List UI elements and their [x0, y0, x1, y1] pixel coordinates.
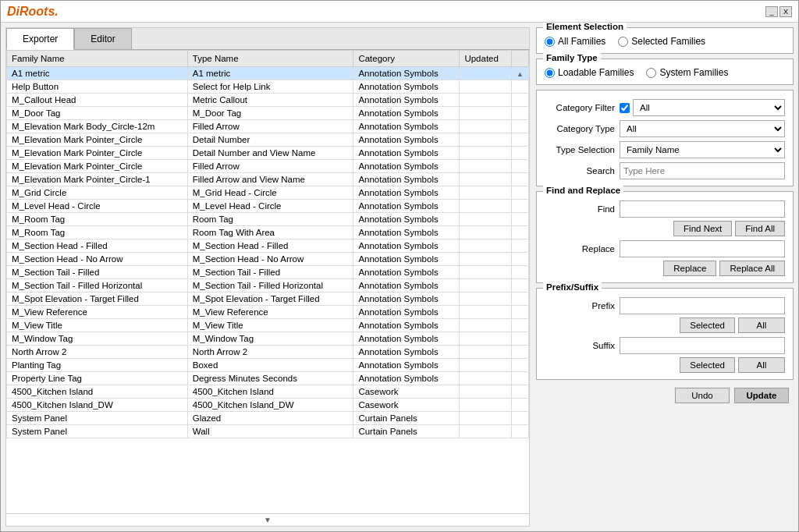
- find-replace-label: Find and Replace: [543, 186, 623, 195]
- table-row[interactable]: System PanelWallCurtain Panels: [7, 425, 529, 438]
- cell-family-name: M_Grid Circle: [7, 186, 188, 200]
- table-row[interactable]: M_Section Tail - Filled HorizontalM_Sect…: [7, 279, 529, 293]
- cell-updated: [460, 412, 512, 425]
- loadable-families-radio[interactable]: [545, 68, 555, 78]
- replace-btn-row: Replace Replace All: [545, 261, 785, 276]
- find-all-button[interactable]: Find All: [735, 221, 785, 236]
- cell-family-name: 4500_Kitchen Island_DW: [7, 399, 188, 412]
- cell-updated: [460, 359, 512, 372]
- col-type-name: Type Name: [187, 51, 353, 67]
- table-row[interactable]: M_Section Tail - FilledM_Section Tail - …: [7, 266, 529, 279]
- table-container[interactable]: Family Name Type Name Category Updated A…: [6, 50, 529, 513]
- table-row[interactable]: M_Door TagM_Door TagAnnotation Symbols: [7, 107, 529, 120]
- category-filter-checkbox-row: All: [620, 99, 785, 116]
- cell-type-name: Room Tag: [187, 213, 353, 226]
- col-updated: Updated: [460, 51, 512, 67]
- table-row[interactable]: M_Elevation Mark Pointer_CircleDetail Nu…: [7, 133, 529, 147]
- update-button[interactable]: Update: [734, 388, 789, 403]
- suffix-selected-button[interactable]: Selected: [680, 357, 735, 373]
- selected-families-option[interactable]: Selected Families: [618, 36, 705, 47]
- table-row[interactable]: 4500_Kitchen Island4500_Kitchen IslandCa…: [7, 385, 529, 399]
- search-row: Search: [545, 162, 785, 179]
- table-row[interactable]: M_Window TagM_Window TagAnnotation Symbo…: [7, 332, 529, 346]
- cell-category: Annotation Symbols: [353, 213, 460, 226]
- cell-updated: [460, 200, 512, 213]
- replace-button[interactable]: Replace: [663, 261, 716, 276]
- cell-type-name: North Arrow 2: [187, 346, 353, 359]
- all-families-radio[interactable]: [545, 37, 555, 47]
- table-row[interactable]: M_Room TagRoom TagAnnotation Symbols: [7, 213, 529, 226]
- suffix-input[interactable]: [620, 337, 785, 354]
- tab-exporter[interactable]: Exporter: [6, 28, 74, 50]
- table-row[interactable]: M_Elevation Mark Pointer_Circle-1Filled …: [7, 173, 529, 186]
- cell-scroll: [512, 213, 529, 226]
- col-family-name: Family Name: [7, 51, 188, 67]
- category-filter-select[interactable]: All: [633, 99, 785, 116]
- find-next-button[interactable]: Find Next: [673, 221, 732, 236]
- tab-editor[interactable]: Editor: [74, 28, 131, 49]
- table-row[interactable]: System PanelGlazedCurtain Panels: [7, 412, 529, 425]
- loadable-families-option[interactable]: Loadable Families: [545, 67, 634, 78]
- table-row[interactable]: Planting TagBoxedAnnotation Symbols: [7, 359, 529, 372]
- suffix-all-button[interactable]: All: [738, 357, 785, 373]
- table-row[interactable]: M_Section Head - FilledM_Section Head - …: [7, 239, 529, 253]
- cell-category: Annotation Symbols: [353, 266, 460, 279]
- table-row[interactable]: M_Grid CircleM_Grid Head - CircleAnnotat…: [7, 186, 529, 200]
- category-filter-checkbox[interactable]: [620, 103, 630, 113]
- type-selection-select[interactable]: Family Name: [620, 141, 785, 158]
- scroll-down-arrow[interactable]: ▼: [6, 513, 529, 526]
- undo-button[interactable]: Undo: [675, 388, 730, 403]
- table-row[interactable]: North Arrow 2North Arrow 2Annotation Sym…: [7, 346, 529, 359]
- table-row[interactable]: Help ButtonSelect for Help LinkAnnotatio…: [7, 80, 529, 94]
- cell-category: Annotation Symbols: [353, 346, 460, 359]
- table-row[interactable]: M_Elevation Mark Body_Circle-12mFilled A…: [7, 120, 529, 133]
- col-category: Category: [353, 51, 460, 67]
- prefix-input[interactable]: [620, 297, 785, 314]
- selected-families-radio[interactable]: [618, 37, 628, 47]
- table-row[interactable]: M_Spot Elevation - Target FilledM_Spot E…: [7, 293, 529, 306]
- replace-input[interactable]: [620, 240, 785, 257]
- find-replace-group: Find and Replace Find Find Next Find All…: [536, 191, 794, 283]
- category-filter-row: Category Filter All: [545, 99, 785, 116]
- cell-type-name: Metric Callout: [187, 94, 353, 107]
- replace-all-button[interactable]: Replace All: [719, 261, 785, 276]
- table-row[interactable]: M_Room TagRoom Tag With AreaAnnotation S…: [7, 226, 529, 239]
- close-button[interactable]: X: [779, 6, 792, 17]
- system-families-option[interactable]: System Families: [646, 67, 728, 78]
- cell-family-name: System Panel: [7, 412, 188, 425]
- filters-group: Category Filter All Category Type All: [536, 90, 794, 186]
- find-input[interactable]: [620, 200, 785, 218]
- table-row[interactable]: 4500_Kitchen Island_DW4500_Kitchen Islan…: [7, 399, 529, 412]
- table-row[interactable]: M_Callout HeadMetric CalloutAnnotation S…: [7, 94, 529, 107]
- type-selection-label: Type Selection: [545, 145, 615, 154]
- table-row[interactable]: M_Level Head - CircleM_Level Head - Circ…: [7, 200, 529, 213]
- minimize-button[interactable]: _: [765, 6, 778, 17]
- cell-updated: [460, 94, 512, 107]
- cell-category: Casework: [353, 385, 460, 399]
- cell-category: Annotation Symbols: [353, 80, 460, 94]
- all-families-option[interactable]: All Families: [545, 36, 605, 47]
- family-type-group: Family Type Loadable Families System Fam…: [536, 59, 794, 85]
- table-row[interactable]: Property Line TagDegress Minutes Seconds…: [7, 372, 529, 385]
- cell-category: Annotation Symbols: [353, 107, 460, 120]
- cell-category: Curtain Panels: [353, 425, 460, 438]
- cell-updated: [460, 399, 512, 412]
- table-row[interactable]: M_View TitleM_View TitleAnnotation Symbo…: [7, 319, 529, 332]
- table-row[interactable]: M_Elevation Mark Pointer_CircleDetail Nu…: [7, 147, 529, 160]
- cell-family-name: 4500_Kitchen Island: [7, 385, 188, 399]
- right-panel: Element Selection All Families Selected …: [536, 27, 794, 527]
- prefix-all-button[interactable]: All: [738, 317, 785, 333]
- table-row[interactable]: M_Section Head - No ArrowM_Section Head …: [7, 253, 529, 266]
- table-row[interactable]: M_View ReferenceM_View ReferenceAnnotati…: [7, 306, 529, 319]
- cell-scroll: [512, 266, 529, 279]
- system-families-radio[interactable]: [646, 68, 656, 78]
- search-input[interactable]: [620, 162, 785, 179]
- cell-scroll: [512, 346, 529, 359]
- table-row[interactable]: M_Elevation Mark Pointer_CircleFilled Ar…: [7, 160, 529, 173]
- cell-scroll: ▲: [512, 67, 529, 80]
- category-type-select[interactable]: All: [620, 120, 785, 137]
- prefix-row: Prefix: [545, 297, 785, 314]
- table-row[interactable]: A1 metricA1 metricAnnotation Symbols▲: [7, 67, 529, 80]
- prefix-selected-button[interactable]: Selected: [680, 317, 735, 333]
- replace-label: Replace: [545, 244, 615, 254]
